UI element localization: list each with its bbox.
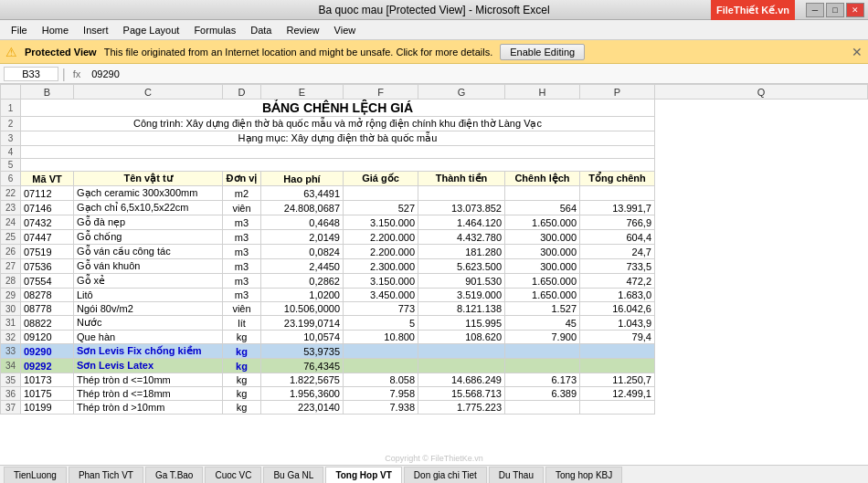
col-p-header[interactable]: P [580,85,655,100]
table-row[interactable]: 36 10175 Thép tròn d <=18mm kg 1.956,360… [1,387,868,401]
header-tong-chenh: Tổng chênh [580,172,655,186]
tab-tonghopkbj[interactable]: Tong hop KBJ [545,467,622,483]
col-h-header[interactable]: H [505,85,580,100]
header-hao-phi: Hao phí [261,172,344,186]
enable-editing-button[interactable]: Enable Editing [500,44,585,60]
formula-bar: | fx [0,64,868,84]
table-row[interactable]: 25 07447 Gỗ chống m3 2,0149 2.200.000 4.… [1,230,868,245]
sheet-tab-bar: TienLuong Phan Tich VT Ga T.Bao Cuoc VC … [0,465,868,483]
header-don-vi: Đơn vị [223,172,261,186]
menu-insert[interactable]: Insert [76,23,116,37]
row-num-3: 3 [1,131,21,146]
menu-page-layout[interactable]: Page Layout [116,23,187,37]
table-row[interactable]: 30 08778 Ngói 80v/m2 viên 10.506,0000 77… [1,302,868,316]
subtitle-1: Công trình: Xây dựng điện thờ bà quốc mẫ… [21,117,655,131]
window-controls: ─ □ ✕ [806,3,864,17]
menu-review[interactable]: Review [279,23,326,37]
table-row[interactable]: 31 08822 Nước lít 23.199,0714 5 115.995 … [1,316,868,331]
corner-header [1,85,21,100]
empty-row-4: 4 [1,146,868,159]
table-row[interactable]: 27 07536 Gỗ ván khuôn m3 2,4450 2.300.00… [1,259,868,274]
tab-phantich[interactable]: Phan Tich VT [69,467,143,483]
cell-reference-input[interactable] [4,67,58,81]
table-row[interactable]: 24 07432 Gỗ đà nẹp m3 0,4648 3.150.000 1… [1,215,868,230]
spreadsheet: B C D E F G H P Q 1 BẢNG CHÊNH LỆCH GIÁ … [0,84,868,415]
protected-bar-close[interactable]: ✕ [852,45,863,59]
title-row-1: 1 BẢNG CHÊNH LỆCH GIÁ [1,100,868,117]
table-row[interactable]: 28 07554 Gỗ xẻ m3 0,2862 3.150.000 901.5… [1,274,868,289]
copyright: Copyright © FileThietKe.vn [385,454,483,463]
formula-divider: | [62,67,66,81]
title-row-3: 3 Hạng mục: Xây dựng điện thờ bà quốc mẫ… [1,131,868,146]
menu-home[interactable]: Home [35,23,76,37]
col-f-header[interactable]: F [344,85,418,100]
tab-tienlUong[interactable]: TienLuong [4,467,67,483]
formula-input[interactable] [88,68,864,80]
fx-icon: fx [69,68,85,79]
table-row[interactable]: 32 09120 Que hàn kg 10,0574 10.800 108.6… [1,331,868,344]
row-num-6: 6 [1,172,21,186]
window-title: Ba quoc mau [Protected View] - Microsoft… [318,4,549,16]
table-row[interactable]: 29 08278 Litô m3 1,0200 3.450.000 3.519.… [1,289,868,302]
col-c-header[interactable]: C [74,85,223,100]
tab-dongia[interactable]: Don gia chi Tiet [404,467,487,483]
row-num-1: 1 [1,100,21,117]
menu-bar: File Home Insert Page Layout Formulas Da… [0,20,868,40]
logo: FileThiết Kế.vn [711,0,795,20]
col-q-header[interactable]: Q [655,85,868,100]
maximize-button[interactable]: □ [826,3,844,17]
menu-view[interactable]: View [327,23,364,37]
menu-formulas[interactable]: Formulas [186,23,243,37]
col-e-header[interactable]: E [261,85,344,100]
header-ten-vat-tu: Tên vật tư [74,172,223,186]
close-button[interactable]: ✕ [846,3,864,17]
protected-message: This file originated from an Internet lo… [104,47,493,58]
menu-file[interactable]: File [4,23,35,37]
table-row[interactable]: 37 10199 Thép tròn d >10mm kg 223,0140 7… [1,401,868,415]
col-header-row: B C D E F G H P Q [1,85,868,100]
col-d-header[interactable]: D [223,85,261,100]
col-g-header[interactable]: G [418,85,505,100]
main-title: BẢNG CHÊNH LỆCH GIÁ [21,100,655,117]
table-row[interactable]: 35 10173 Thép tròn d <=10mm kg 1.822,567… [1,373,868,387]
row-num-2: 2 [1,117,21,131]
empty-row-5: 5 [1,159,868,172]
menu-data[interactable]: Data [243,23,279,37]
table-row[interactable]: 26 07519 Gỗ ván cầu công tác m3 0,0824 2… [1,245,868,259]
header-ma-vt: Mã VT [21,172,74,186]
protected-label: Protected View [25,47,97,58]
table-row[interactable]: 23 07146 Gạch chỉ 6,5x10,5x22cm viên 24.… [1,201,868,215]
table-row[interactable]: 34 09292 Sơn Levis Latex kg 76,4345 [1,359,868,373]
protected-view-bar: ⚠ Protected View This file originated fr… [0,40,868,64]
tab-tonghopvt[interactable]: Tong Hop VT [325,467,401,483]
minimize-button[interactable]: ─ [806,3,824,17]
tab-duthau[interactable]: Du Thau [489,467,544,483]
title-bar: Ba quoc mau [Protected View] - Microsoft… [0,0,868,20]
data-header-row: 6 Mã VT Tên vật tư Đơn vị Hao phí Giá gố… [1,172,868,186]
subtitle-2: Hạng mục: Xây dựng điện thờ bà quốc mẫu [21,131,655,146]
table-row[interactable]: 33 09290 Sơn Levis Fix chống kiềm kg 53,… [1,344,868,359]
tab-gatbao[interactable]: Ga T.Bao [145,467,204,483]
title-row-2: 2 Công trình: Xây dựng điện thờ bà quốc … [1,117,868,131]
table-row[interactable]: 22 07112 Gạch ceramic 300x300mm m2 63,44… [1,186,868,201]
tab-buganl[interactable]: Bu Ga NL [263,467,323,483]
header-thanh-tien: Thành tiền [418,172,505,186]
tab-cuocvc[interactable]: Cuoc VC [205,467,261,483]
header-gia-goc: Giá gốc [344,172,418,186]
header-chenh-lech: Chênh lệch [505,172,580,186]
col-b-header[interactable]: B [21,85,74,100]
shield-icon: ⚠ [5,45,17,59]
